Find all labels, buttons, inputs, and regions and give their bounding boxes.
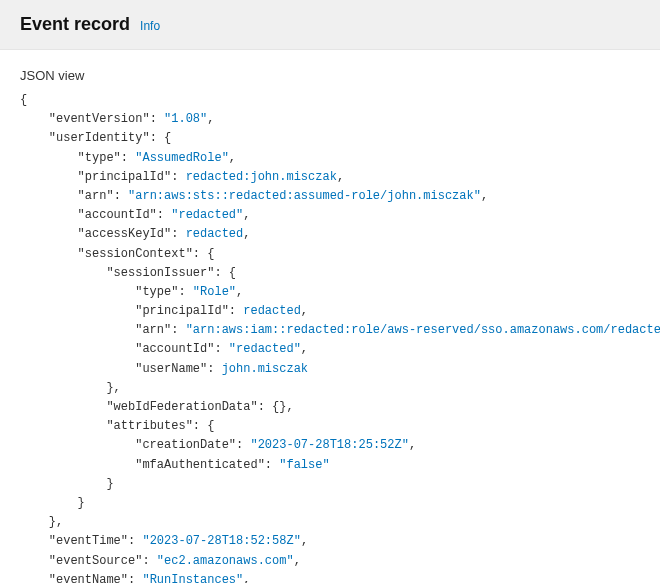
json-value: redacted [178, 208, 236, 222]
json-view-label: JSON view [20, 68, 640, 83]
json-value: redacted [236, 342, 294, 356]
info-link[interactable]: Info [140, 19, 160, 33]
json-value: ec2.amazonaws.com [164, 554, 286, 568]
panel-title: Event record [20, 14, 130, 35]
json-value: redacted [186, 227, 244, 241]
json-value: Role [200, 285, 229, 299]
json-value: redacted:john.misczak [186, 170, 337, 184]
panel-body: JSON view { "eventVersion": "1.08", "use… [0, 50, 660, 583]
json-value: 2023-07-28T18:52:58Z [150, 534, 294, 548]
panel-header: Event record Info [0, 0, 660, 50]
json-value: RunInstances [150, 573, 236, 583]
json-value: AssumedRole [142, 151, 221, 165]
json-value: {} [272, 400, 286, 414]
json-value: 2023-07-28T18:25:52Z [258, 438, 402, 452]
json-value: arn:aws:sts::redacted:assumed-role/john.… [135, 189, 473, 203]
json-value: 1.08 [171, 112, 200, 126]
json-value: redacted [243, 304, 301, 318]
json-value: false [286, 458, 322, 472]
json-value: arn:aws:iam::redacted:role/aws-reserved/… [193, 323, 660, 337]
json-viewer: { "eventVersion": "1.08", "userIdentity"… [20, 91, 640, 583]
json-value: john.misczak [222, 362, 308, 376]
